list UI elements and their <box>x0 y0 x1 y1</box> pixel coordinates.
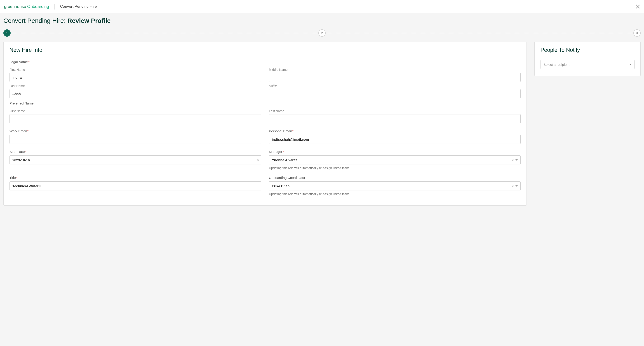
manager-value: Ynonne Alvarez <box>272 158 297 162</box>
middle-name-input[interactable] <box>269 73 520 82</box>
first-name-input[interactable] <box>10 73 261 82</box>
step-3[interactable]: 3 <box>634 30 640 37</box>
header-bar: greenhouse Onboarding Convert Pending Hi… <box>0 0 644 13</box>
new-hire-info-card: New Hire Info Legal Name* First Name Mid… <box>4 42 527 206</box>
recipient-select[interactable]: Select a recipient <box>540 60 634 69</box>
required-marker: * <box>27 129 28 133</box>
middle-name-label: Middle Name <box>269 68 520 72</box>
chevron-down-icon <box>516 159 518 161</box>
pref-last-name-label: Last Name <box>269 109 520 113</box>
start-date-input[interactable] <box>10 155 261 164</box>
coordinator-label: Onboarding Coordinator <box>269 176 520 180</box>
pref-first-name-label: First Name <box>10 109 261 113</box>
manager-label: Manager* <box>269 150 520 154</box>
page-title: Convert Pending Hire: Review Profile <box>4 17 640 25</box>
required-marker: * <box>292 129 294 133</box>
manager-helper-text: Updating this role will automatically re… <box>269 166 520 170</box>
required-marker: * <box>25 150 27 154</box>
chevron-down-icon <box>516 185 518 187</box>
title-label: Title* <box>10 176 261 180</box>
required-marker: * <box>283 150 284 154</box>
logo[interactable]: greenhouse Onboarding <box>4 4 49 9</box>
header-page-title: Convert Pending Hire <box>60 4 97 9</box>
preferred-name-label: Preferred Name <box>10 101 520 105</box>
suffix-label: Suffix <box>269 84 520 88</box>
close-button[interactable] <box>635 4 641 10</box>
last-name-input[interactable] <box>10 89 261 98</box>
legal-name-label: Legal Name* <box>10 60 520 64</box>
clear-icon[interactable]: × <box>257 158 259 162</box>
start-date-label: Start Date* <box>10 150 261 154</box>
step-line <box>326 33 632 33</box>
chevron-down-icon <box>629 64 632 65</box>
personal-email-input[interactable] <box>269 135 520 144</box>
title-input[interactable] <box>10 181 261 190</box>
page-title-prefix: Convert Pending Hire: <box>4 17 67 24</box>
logo-text-greenhouse: greenhouse <box>4 4 26 9</box>
manager-select[interactable]: Ynonne Alvarez × <box>269 155 520 164</box>
pref-first-name-input[interactable] <box>10 114 261 123</box>
coordinator-value: Erika Chen <box>272 184 290 188</box>
stepper: 1 2 3 <box>4 30 640 37</box>
last-name-label: Last Name <box>10 84 261 88</box>
step-line <box>12 33 318 33</box>
coordinator-helper-text: Updating this role will automatically re… <box>269 192 520 196</box>
clear-icon[interactable]: × <box>512 158 514 162</box>
recipient-placeholder: Select a recipient <box>544 63 570 67</box>
coordinator-select[interactable]: Erika Chen × <box>269 181 520 190</box>
people-to-notify-heading: People To Notify <box>540 47 634 53</box>
new-hire-info-heading: New Hire Info <box>10 47 520 53</box>
step-1[interactable]: 1 <box>4 30 10 37</box>
required-marker: * <box>16 176 18 180</box>
first-name-label: First Name <box>10 68 261 72</box>
suffix-input[interactable] <box>269 89 520 98</box>
pref-last-name-input[interactable] <box>269 114 520 123</box>
work-email-label: Work Email* <box>10 129 261 133</box>
clear-icon[interactable]: × <box>512 184 514 188</box>
page-title-bold: Review Profile <box>67 17 110 24</box>
header-divider <box>54 4 55 10</box>
people-to-notify-card: People To Notify Select a recipient <box>534 42 640 76</box>
personal-email-label: Personal Email* <box>269 129 520 133</box>
logo-text-onboarding: Onboarding <box>27 4 49 9</box>
step-2[interactable]: 2 <box>318 30 326 37</box>
required-marker: * <box>28 60 30 64</box>
work-email-input[interactable] <box>10 135 261 144</box>
close-icon <box>635 4 641 10</box>
